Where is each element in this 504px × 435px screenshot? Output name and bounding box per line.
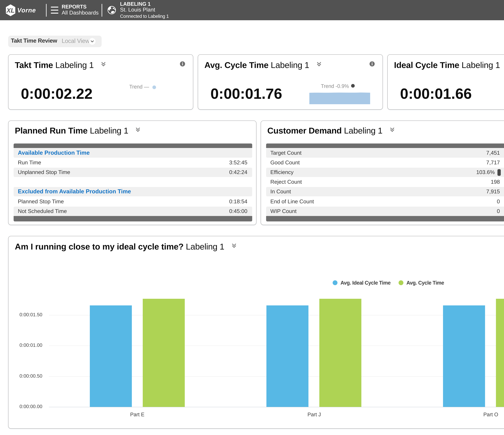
svg-text:XL: XL <box>6 7 15 14</box>
